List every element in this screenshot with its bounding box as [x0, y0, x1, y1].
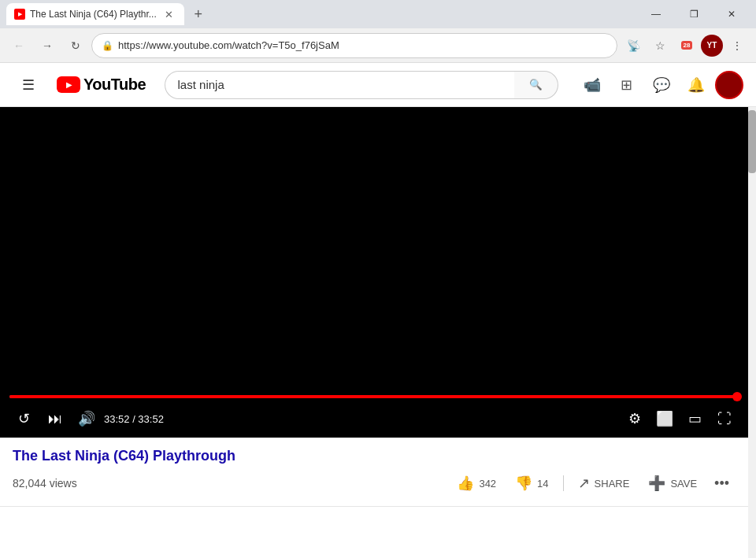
- view-count: 82,044 views: [13, 477, 77, 490]
- youtube-logo-text: YouTube: [83, 76, 146, 94]
- video-player[interactable]: ↺ ⏭ 🔊 33:52 / 33:52 ⚙: [0, 107, 748, 438]
- progress-bar[interactable]: [9, 395, 739, 398]
- search-icon: 🔍: [529, 79, 543, 91]
- new-tab-button[interactable]: +: [187, 3, 209, 25]
- share-button[interactable]: ↗ SHARE: [570, 470, 638, 497]
- skip-next-icon: ⏭: [48, 411, 62, 427]
- fullscreen-icon: ⛶: [717, 411, 732, 427]
- miniplayer-button[interactable]: ⬜: [650, 405, 679, 433]
- youtube-header: ☰ YouTube 🔍 📹 ⊞ 💬 🔔: [0, 63, 756, 107]
- progress-dot: [732, 392, 742, 401]
- more-icon: •••: [714, 475, 729, 491]
- tab-title: The Last Ninja (C64) Playthr...: [30, 9, 157, 20]
- like-count: 342: [479, 478, 496, 490]
- notifications-icon: 🔔: [687, 76, 705, 94]
- browser-tab[interactable]: The Last Ninja (C64) Playthr... ✕: [6, 3, 184, 25]
- close-button[interactable]: ✕: [713, 0, 750, 28]
- upload-icon: 📹: [584, 76, 601, 94]
- bookmark-button[interactable]: ☆: [647, 33, 673, 58]
- restore-button[interactable]: ❒: [676, 0, 712, 28]
- page-content: ↺ ⏭ 🔊 33:52 / 33:52 ⚙: [0, 107, 756, 558]
- share-label: SHARE: [595, 478, 630, 490]
- apps-button[interactable]: ⊞: [611, 69, 643, 101]
- browser-toolbar: ← → ↻ 🔒 📡 ☆ 28 YT ⋮: [0, 28, 756, 63]
- video-info: The Last Ninja (C64) Playthrough 82,044 …: [0, 438, 748, 507]
- search-button[interactable]: 🔍: [514, 71, 558, 99]
- video-actions: 👍 342 👎 14 ↗ SHARE ➕: [449, 470, 736, 497]
- messages-button[interactable]: 💬: [646, 69, 677, 101]
- replay-button[interactable]: ↺: [9, 405, 38, 433]
- menu-button[interactable]: ⋮: [724, 33, 750, 58]
- settings-button[interactable]: ⚙: [621, 405, 649, 433]
- thumbs-down-icon: 👎: [515, 475, 532, 492]
- tab-close-button[interactable]: ✕: [161, 7, 176, 22]
- controls-row: ↺ ⏭ 🔊 33:52 / 33:52 ⚙: [9, 405, 739, 433]
- video-meta-row: 82,044 views 👍 342 👎 14 ↗: [13, 470, 736, 497]
- window-controls: — ❒ ✕: [638, 0, 750, 28]
- like-button[interactable]: 👍 342: [449, 470, 504, 497]
- profile-avatar[interactable]: YT: [701, 35, 723, 57]
- save-icon: ➕: [648, 475, 665, 492]
- save-label: SAVE: [670, 478, 697, 490]
- miniplayer-icon: ⬜: [656, 410, 673, 427]
- progress-fill: [9, 395, 739, 398]
- tab-favicon-icon: [14, 9, 25, 20]
- dislike-count: 14: [537, 478, 548, 490]
- theater-button[interactable]: ▭: [680, 405, 709, 433]
- search-input[interactable]: [165, 71, 514, 99]
- browser-titlebar: The Last Ninja (C64) Playthr... ✕ + — ❒ …: [0, 0, 756, 28]
- settings-icon: ⚙: [628, 410, 641, 427]
- volume-icon: 🔊: [78, 410, 95, 427]
- more-options-button[interactable]: •••: [708, 471, 736, 497]
- replay-icon: ↺: [18, 410, 30, 427]
- messages-icon: 💬: [653, 76, 670, 94]
- youtube-page: ☰ YouTube 🔍 📹 ⊞ 💬 🔔: [0, 63, 756, 558]
- thumbs-up-icon: 👍: [457, 475, 474, 492]
- main-content: ↺ ⏭ 🔊 33:52 / 33:52 ⚙: [0, 107, 748, 558]
- apps-icon: ⊞: [621, 76, 632, 94]
- reload-button[interactable]: ↻: [63, 33, 88, 58]
- hamburger-menu-icon[interactable]: ☰: [13, 69, 44, 101]
- youtube-logo-icon: [57, 76, 80, 93]
- scrollbar-thumb[interactable]: [748, 110, 756, 173]
- forward-button[interactable]: →: [35, 33, 60, 58]
- extension-button[interactable]: 28: [674, 33, 699, 58]
- time-display: 33:52 / 33:52: [104, 413, 164, 425]
- video-display: [0, 107, 748, 389]
- scrollbar-track[interactable]: [748, 107, 756, 558]
- video-controls: ↺ ⏭ 🔊 33:52 / 33:52 ⚙: [0, 389, 748, 438]
- theater-icon: ▭: [688, 410, 702, 427]
- controls-right: ⚙ ⬜ ▭ ⛶: [621, 405, 739, 433]
- address-bar-container: 🔒: [91, 33, 617, 58]
- skip-next-button[interactable]: ⏭: [41, 405, 69, 433]
- share-icon: ↗: [578, 475, 590, 492]
- back-button[interactable]: ←: [6, 33, 32, 58]
- notifications-button[interactable]: 🔔: [680, 69, 712, 101]
- address-input[interactable]: [118, 39, 607, 51]
- user-avatar[interactable]: [715, 71, 743, 99]
- upload-button[interactable]: 📹: [576, 69, 608, 101]
- extension-badge: 28: [681, 41, 693, 50]
- dislike-button[interactable]: 👎 14: [507, 470, 556, 497]
- action-divider: [563, 475, 564, 491]
- fullscreen-button[interactable]: ⛶: [710, 405, 739, 433]
- toolbar-actions: 📡 ☆ 28 YT ⋮: [621, 33, 750, 58]
- volume-button[interactable]: 🔊: [72, 405, 101, 433]
- cast-button[interactable]: 📡: [621, 33, 646, 58]
- minimize-button[interactable]: —: [638, 0, 674, 28]
- youtube-logo[interactable]: YouTube: [57, 76, 146, 94]
- security-icon: 🔒: [102, 40, 113, 51]
- video-title[interactable]: The Last Ninja (C64) Playthrough: [13, 447, 736, 465]
- search-container: 🔍: [165, 71, 558, 99]
- header-actions: 📹 ⊞ 💬 🔔: [576, 69, 743, 101]
- save-button[interactable]: ➕ SAVE: [640, 470, 705, 497]
